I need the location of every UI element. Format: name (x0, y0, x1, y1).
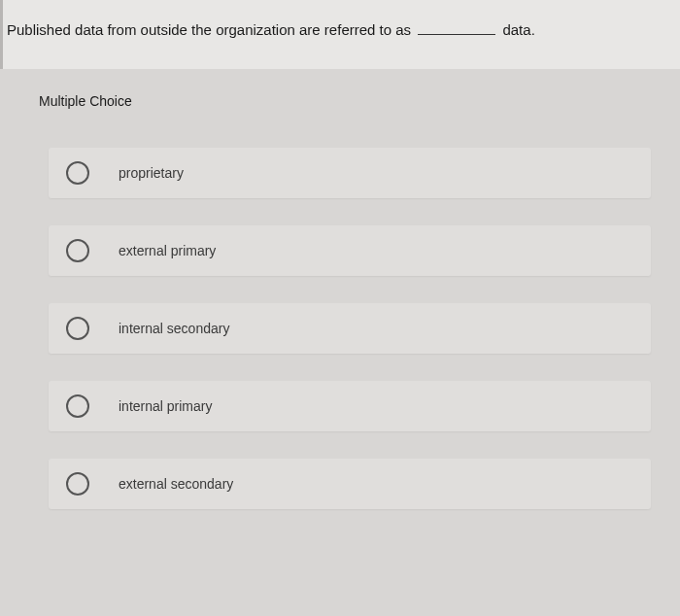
option-label: internal primary (119, 398, 212, 414)
radio-icon[interactable] (66, 472, 89, 496)
option-internal-secondary[interactable]: internal secondary (49, 303, 651, 354)
options-list: proprietary external primary internal se… (39, 148, 680, 509)
question-text: Published data from outside the organiza… (7, 19, 670, 40)
radio-icon[interactable] (66, 394, 89, 418)
question-prefix: Published data from outside the organiza… (7, 21, 411, 38)
option-proprietary[interactable]: proprietary (49, 148, 651, 198)
option-label: internal secondary (119, 321, 229, 336)
answers-section: Multiple Choice proprietary external pri… (0, 69, 680, 509)
option-external-secondary[interactable]: external secondary (49, 459, 651, 509)
section-label: Multiple Choice (39, 93, 680, 109)
option-external-primary[interactable]: external primary (49, 225, 651, 276)
option-label: external primary (119, 243, 216, 258)
radio-icon[interactable] (66, 161, 89, 185)
radio-icon[interactable] (66, 239, 89, 262)
option-internal-primary[interactable]: internal primary (49, 381, 651, 431)
question-container: Published data from outside the organiza… (0, 0, 680, 69)
blank-line (418, 34, 495, 35)
option-label: proprietary (119, 165, 184, 181)
radio-icon[interactable] (66, 317, 89, 340)
question-suffix: data. (502, 21, 534, 38)
option-label: external secondary (119, 476, 233, 492)
